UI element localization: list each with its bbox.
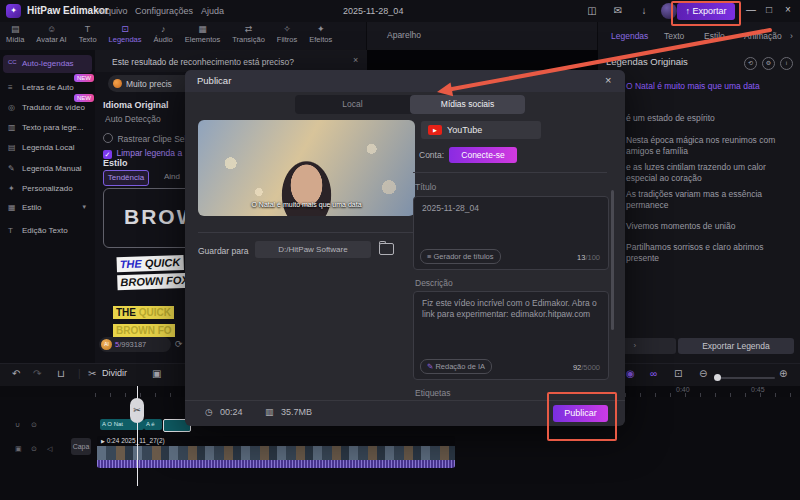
audio-icon: ♪ — [154, 24, 173, 35]
video-clip[interactable]: ▶ 0:24 2025_11_27(2) — [97, 436, 455, 468]
sidebar-item-texto-para-legenda[interactable]: ▥ Texto para lege... — [3, 119, 92, 137]
tab-rp-estilo[interactable]: Estilo — [704, 31, 725, 41]
tab-local[interactable]: Local — [295, 95, 410, 114]
divide-label[interactable]: Dividir — [102, 368, 127, 378]
title-label: Título — [415, 182, 436, 192]
zoom-slider-knob[interactable] — [714, 374, 721, 381]
tab-ainda[interactable]: Aind — [155, 170, 189, 184]
trash-icon[interactable]: ⊔ — [57, 368, 65, 379]
zoom-slider[interactable] — [715, 377, 775, 379]
subtitle-item[interactable]: O Natal é muito mais que uma data — [626, 81, 791, 92]
app-logo-icon: ✦ — [6, 4, 21, 18]
cover-button[interactable]: Capa — [71, 438, 91, 455]
fit-timeline-icon[interactable]: ⊡ — [674, 368, 682, 379]
tab-avatar-ai[interactable]: ☺Avatar AI — [30, 22, 72, 50]
sidebar-item-tradutor[interactable]: ◎ Tradutor de vídeo NEW — [3, 99, 92, 117]
description-field[interactable]: Fiz este vídeo incrível com o Edimakor. … — [413, 291, 609, 380]
tab-tendencia[interactable]: Tendência — [103, 170, 149, 186]
keyframe-icon[interactable]: ◉ — [626, 368, 635, 379]
dialog-scrollbar[interactable] — [611, 190, 614, 330]
scissors-icon[interactable]: ✂ — [88, 368, 96, 379]
manual-caption-icon: ✎ — [8, 164, 19, 173]
connect-button[interactable]: Conecte-se — [449, 147, 517, 163]
sidebar-item-personalizado[interactable]: ✦ Personalizado — [3, 180, 92, 198]
tab-legendas[interactable]: ⊡Legendas — [103, 22, 148, 50]
close-icon[interactable]: × — [353, 55, 358, 65]
subtitle-item[interactable]: Vivemos momentos de união — [626, 221, 791, 232]
style-icon: ▦ — [8, 203, 19, 212]
platform-select[interactable]: ▶ YouTube — [421, 121, 541, 139]
shield-icon[interactable]: ▣ — [152, 368, 161, 379]
feedback-icon[interactable]: ✉ — [610, 3, 626, 19]
link-icon[interactable]: ∞ — [650, 368, 657, 379]
translate-icon[interactable]: ⟲ — [744, 57, 757, 70]
speaker-icon[interactable]: ◁ — [47, 445, 52, 453]
refresh-icon[interactable]: ⟳ — [175, 339, 183, 349]
title-field[interactable]: 2025-11-28_04 ≡ Gerador de títulos 13/10… — [413, 196, 609, 270]
subtitle-item[interactable]: Nesta época mágica nos reunimos com amig… — [626, 135, 791, 157]
zoom-in-icon[interactable]: ⊕ — [779, 368, 787, 379]
tab-midia[interactable]: ▤Mídia — [0, 22, 30, 50]
chevron-right-icon: › — [634, 341, 637, 350]
subtitle-item[interactable]: é um estado de espírito — [626, 113, 791, 124]
sidebar-item-legenda-manual[interactable]: ✎ Legenda Manual — [3, 160, 92, 178]
tab-filtros[interactable]: ✧Filtros — [271, 22, 303, 50]
tab-efeitos[interactable]: ✦Efeitos — [303, 22, 338, 50]
style-preview-quick[interactable]: THE QUICK BROWN FOX — [116, 252, 192, 291]
ruler-label: 0:40 — [676, 386, 690, 393]
gear-icon[interactable]: ⚙ — [762, 57, 775, 70]
elements-icon: ▦ — [185, 24, 220, 35]
export-legend-button[interactable]: Exportar Legenda — [678, 338, 794, 354]
lock-icon[interactable]: ▣ — [15, 445, 22, 453]
save-path-input[interactable]: D:/HitPaw Software — [255, 241, 371, 258]
tab-texto[interactable]: TTexto — [73, 22, 103, 50]
playhead-scissors-handle[interactable]: ✂ — [130, 398, 144, 423]
tab-rp-legendas[interactable]: Legendas — [611, 31, 648, 41]
redo-icon[interactable]: ↷ — [33, 368, 41, 379]
panel-layout-icon[interactable]: ◫ — [584, 3, 600, 19]
platform-label: YouTube — [447, 125, 482, 135]
idioma-select[interactable]: Auto Detecção — [105, 114, 161, 124]
subtitle-item[interactable]: As tradições variam mas a essência perma… — [626, 189, 791, 211]
subtitle-clip[interactable]: A é — [144, 419, 162, 430]
duration-value: 00:24 — [220, 407, 243, 417]
magnet-icon[interactable]: ∪ — [15, 421, 20, 429]
close-button[interactable]: × — [785, 4, 791, 15]
dialog-close-icon[interactable]: × — [605, 74, 611, 86]
folder-icon[interactable] — [379, 243, 394, 255]
chevron-right-icon[interactable]: › — [790, 31, 793, 41]
tab-rp-texto[interactable]: Texto — [664, 31, 684, 41]
filters-icon: ✧ — [277, 24, 297, 35]
video-thumbnail: O Natal é muito mais que uma data — [198, 120, 415, 216]
info-icon[interactable]: i — [780, 57, 793, 70]
sidebar-item-edicao-texto[interactable]: T Edição Texto — [3, 222, 92, 240]
menu-configuracoes[interactable]: Configurações — [135, 6, 193, 16]
sidebar-item-estilo[interactable]: ▦ Estilo ▾ — [3, 199, 92, 217]
tab-audio[interactable]: ♪Áudio — [148, 22, 179, 50]
preview-panel-header: Aparelho — [367, 22, 597, 50]
undo-icon[interactable]: ↶ — [12, 368, 20, 379]
subtitle-item[interactable]: Partilhamos sorrisos e claro abrimos pre… — [626, 242, 791, 264]
menu-arquivo[interactable]: Arquivo — [97, 6, 128, 16]
title-generator-button[interactable]: ≡ Gerador de títulos — [420, 249, 501, 264]
subtitles-panel: Legendas Originais ⟲ ⚙ i O Natal é muito… — [598, 50, 800, 363]
playhead[interactable]: ✂ — [137, 386, 138, 486]
zoom-out-icon[interactable]: ⊖ — [699, 368, 707, 379]
minimize-button[interactable]: — — [746, 4, 756, 15]
sidebar-item-auto-legendas[interactable]: CC Auto-legendas — [3, 55, 92, 73]
ai-writing-button[interactable]: ✎ Redação de IA — [420, 359, 492, 374]
download-icon[interactable]: ↓ — [636, 3, 652, 19]
tab-elementos[interactable]: ▦Elementos — [179, 22, 226, 50]
thumbnail-caption: O Natal é muito mais que uma data — [198, 201, 415, 208]
eye-icon[interactable]: ⊙ — [31, 445, 37, 453]
subtitle-item[interactable]: e as luzes cintilam trazendo um calor es… — [626, 162, 791, 184]
sidebar-item-legenda-local[interactable]: ▤ Legenda Local — [3, 139, 92, 157]
maximize-button[interactable]: □ — [766, 4, 772, 15]
style-preview-yellow[interactable]: THE QUICK BROWN FO — [113, 302, 175, 338]
list-icon: ≡ — [427, 250, 431, 263]
menu-ajuda[interactable]: Ajuda — [201, 6, 224, 16]
eye-icon[interactable]: ⊙ — [31, 421, 37, 429]
tab-midias-sociais[interactable]: Mídias sociais — [410, 95, 525, 114]
tab-rp-animacao[interactable]: Animação — [744, 31, 782, 41]
tab-transicao[interactable]: ⇄Transição — [226, 22, 271, 50]
